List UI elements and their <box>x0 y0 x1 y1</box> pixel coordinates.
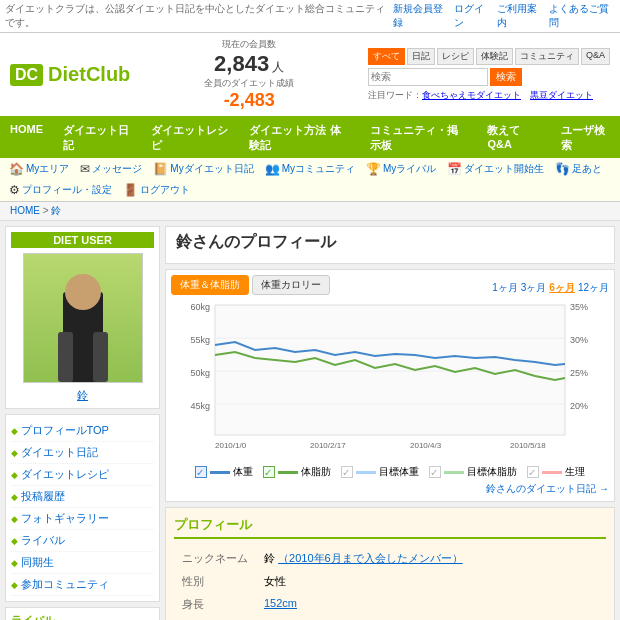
period-12m[interactable]: 12ヶ月 <box>578 281 609 295</box>
height-link[interactable]: 152cm <box>264 597 297 609</box>
subnav-footprint[interactable]: 👣足あと <box>551 160 606 178</box>
search-tab-all[interactable]: すべて <box>368 48 405 65</box>
legend-color-period <box>542 471 562 474</box>
search-tab-recipe[interactable]: レシピ <box>437 48 474 65</box>
menu-post-history[interactable]: 投稿履歴 <box>11 486 154 508</box>
guide-link[interactable]: ご利用案内 <box>497 2 544 30</box>
breadcrumb-user[interactable]: 鈴 <box>51 205 61 216</box>
subnav-messages[interactable]: ✉メッセージ <box>76 160 146 178</box>
members-count: 2,843 人 <box>204 51 294 77</box>
search-tab-community[interactable]: コミュニティ <box>515 48 579 65</box>
profile-section-title: プロフィール <box>174 516 606 539</box>
legend-target-fat: ✓ 目標体脂肪 <box>429 465 517 479</box>
trend-word2[interactable]: 黒豆ダイエット <box>530 90 593 100</box>
svg-text:30%: 30% <box>570 335 588 345</box>
faq-link[interactable]: よくあるご質問 <box>549 2 615 30</box>
search-tabs: すべて 日記 レシピ 体験記 コミュニティ Q&A <box>368 48 610 65</box>
search-input[interactable] <box>368 68 488 86</box>
nav-recipe[interactable]: ダイエットレシピ <box>141 118 239 158</box>
legend-check-weight: ✓ <box>195 466 207 478</box>
trend-word1[interactable]: 食べちゃえモダイエット <box>422 90 521 100</box>
height-label: 身長 <box>174 593 256 616</box>
svg-text:60kg: 60kg <box>190 302 210 312</box>
profile-table: ニックネーム 鈴 （2010年6月まで入会したメンバー） 性別 女性 身長 15… <box>174 547 606 620</box>
register-link[interactable]: 新規会員登録 <box>393 2 450 30</box>
profile-title: 鈴さんのプロフィール <box>176 232 604 253</box>
profile-detail: プロフィール ニックネーム 鈴 （2010年6月まで入会したメンバー） 性別 女… <box>165 507 615 620</box>
search-word: 注目ワード：食べちゃえモダイエット 黒豆ダイエット <box>368 89 610 102</box>
login-link[interactable]: ログイン <box>454 2 492 30</box>
nickname-value: 鈴 （2010年6月まで入会したメンバー） <box>256 547 606 570</box>
chart-tab-weight-fat[interactable]: 体重＆体脂肪 <box>171 275 249 295</box>
search-tab-experience[interactable]: 体験記 <box>476 48 513 65</box>
user-head <box>65 274 101 310</box>
subnav-settings[interactable]: ⚙プロフィール・設定 <box>5 181 116 199</box>
diet-count-label: 全員のダイエット成績 <box>204 77 294 90</box>
svg-text:25%: 25% <box>570 368 588 378</box>
legend-period: ✓ 生理 <box>527 465 585 479</box>
menu-diet-diary[interactable]: ダイエット日記 <box>11 442 154 464</box>
logo: DC DietClub <box>10 63 130 86</box>
search-tab-qa[interactable]: Q&A <box>581 48 610 65</box>
legend-check-fat: ✓ <box>263 466 275 478</box>
height-value: 152cm <box>256 593 606 616</box>
svg-text:2010/1/0: 2010/1/0 <box>215 441 247 450</box>
chart-tab-weight-cal[interactable]: 体重カロリー <box>252 275 330 295</box>
subnav-myarea[interactable]: 🏠Myエリア <box>5 160 73 178</box>
legend-label-weight: 体重 <box>233 465 253 479</box>
svg-text:2010/4/3: 2010/4/3 <box>410 441 442 450</box>
nickname-tag[interactable]: （2010年6月まで入会したメンバー） <box>278 552 463 564</box>
nickname-label: ニックネーム <box>174 547 256 570</box>
sidebar: DIET USER 鈴 プロフィールTOP ダイエット日記 ダイエットレシピ 投… <box>5 226 160 620</box>
menu-diet-recipe[interactable]: ダイエットレシピ <box>11 464 154 486</box>
svg-text:55kg: 55kg <box>190 335 210 345</box>
nav-home[interactable]: HOME <box>0 118 53 158</box>
period-3m[interactable]: 3ヶ月 <box>521 281 547 295</box>
period-1m[interactable]: 1ヶ月 <box>492 281 518 295</box>
legend-color-weight <box>210 471 230 474</box>
nav-community[interactable]: コミュニティ・掲示板 <box>360 118 478 158</box>
sidebar-user-section: DIET USER 鈴 <box>5 226 160 409</box>
user-figure <box>63 292 103 382</box>
rival-title: ライバル <box>11 613 154 620</box>
top-bar-links: 新規会員登録 ログイン ご利用案内 よくあるご質問 <box>393 2 615 30</box>
svg-text:50kg: 50kg <box>190 368 210 378</box>
nav-search[interactable]: ユーザ検索 <box>551 118 620 158</box>
user-name: 鈴 <box>77 389 88 401</box>
profile-row-nickname: ニックネーム 鈴 （2010年6月まで入会したメンバー） <box>174 547 606 570</box>
chart-tabs: 体重＆体脂肪 体重カロリー <box>171 275 330 295</box>
header-stats: 現在の会員数 2,843 人 全員のダイエット成績 -2,483 <box>204 38 294 111</box>
subnav-mydiary[interactable]: 📔Myダイエット日記 <box>149 160 257 178</box>
nav-qa[interactable]: 教えて Q&A <box>477 118 551 158</box>
search-button[interactable]: 検索 <box>490 68 522 86</box>
menu-rival[interactable]: ライバル <box>11 530 154 552</box>
header-search: すべて 日記 レシピ 体験記 コミュニティ Q&A 検索 注目ワード：食べちゃえ… <box>368 48 610 102</box>
menu-classmates[interactable]: 同期生 <box>11 552 154 574</box>
diet-diary-link[interactable]: 鈴さんのダイエット日記 → <box>171 482 609 496</box>
members-label: 現在の会員数 <box>204 38 294 51</box>
subnav-start[interactable]: 📅ダイエット開始生 <box>443 160 548 178</box>
target-weight-label: 目標体重 <box>174 616 256 620</box>
svg-text:2010/5/18: 2010/5/18 <box>510 441 546 450</box>
nav-method[interactable]: ダイエット方法 体験記 <box>239 118 359 158</box>
menu-profile-top[interactable]: プロフィールTOP <box>11 420 154 442</box>
legend-label-target-weight: 目標体重 <box>379 465 419 479</box>
user-name-link[interactable]: 鈴 <box>11 388 154 403</box>
main-content: 鈴さんのプロフィール 体重＆体脂肪 体重カロリー 1ヶ月 3ヶ月 6ヶ月 12ヶ… <box>165 226 615 620</box>
main-nav: HOME ダイエット日記 ダイエットレシピ ダイエット方法 体験記 コミュニティ… <box>0 118 620 158</box>
menu-photo-gallery[interactable]: フォトギャラリー <box>11 508 154 530</box>
svg-text:20%: 20% <box>570 401 588 411</box>
subnav-community[interactable]: 👥Myコミュニティ <box>261 160 359 178</box>
subnav-logout[interactable]: 🚪ログアウト <box>119 181 194 199</box>
nav-diary[interactable]: ダイエット日記 <box>53 118 141 158</box>
breadcrumb-home[interactable]: HOME <box>10 205 40 216</box>
chart-legend: ✓ 体重 ✓ 体脂肪 ✓ 目標体重 ✓ 目標体脂肪 <box>171 465 609 479</box>
profile-header: 鈴さんのプロフィール <box>165 226 615 264</box>
period-6m[interactable]: 6ヶ月 <box>549 281 575 295</box>
user-arm-right <box>93 332 108 382</box>
rival-section: ライバル 56人のライバルがいます。 👤 👤 👤 👤 👤 👤 👤 👤 👤 👤 👤… <box>5 607 160 620</box>
menu-community[interactable]: 参加コミュニティ <box>11 574 154 596</box>
subnav-rival[interactable]: 🏆Myライバル <box>362 160 440 178</box>
svg-text:35%: 35% <box>570 302 588 312</box>
search-tab-diary[interactable]: 日記 <box>407 48 435 65</box>
